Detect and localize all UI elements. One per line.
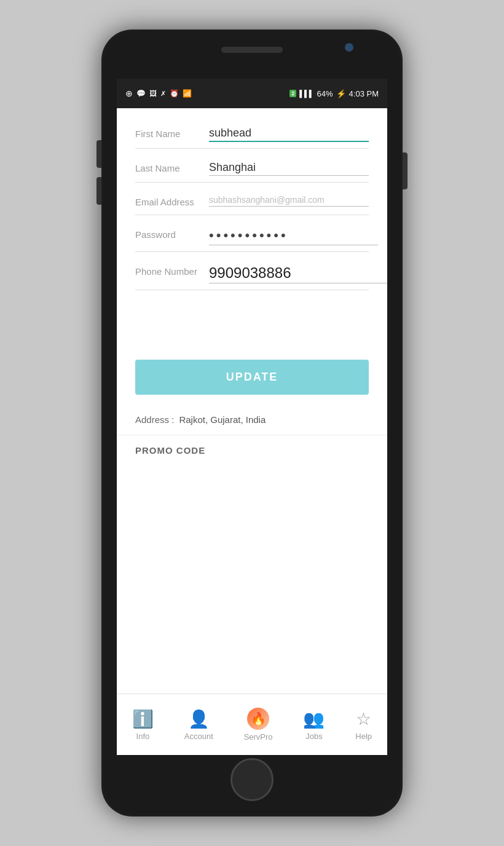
phone-input[interactable] (209, 263, 387, 283)
nav-jobs[interactable]: 👥 Jobs (303, 709, 325, 741)
help-icon: ☆ (356, 709, 371, 729)
sim-badge: 2 (289, 90, 296, 97)
last-name-label: Last Name (135, 160, 203, 175)
nav-jobs-label: Jobs (305, 732, 322, 741)
front-camera (345, 43, 353, 52)
alarm-icon: ⏰ (170, 89, 179, 98)
account-icon: 👤 (188, 709, 210, 729)
address-value: Rajkot, Gujarat, India (179, 414, 266, 425)
address-row: Address : Rajkot, Gujarat, India (117, 405, 387, 435)
info-icon: ℹ️ (132, 709, 154, 729)
volume-down-button (96, 177, 101, 205)
promo-code-row[interactable]: PROMO CODE (117, 435, 387, 465)
battery-icon: ⚡ (336, 89, 346, 98)
home-button[interactable] (230, 758, 274, 801)
volume-up-button (96, 140, 101, 168)
battery-percent: 64% (317, 89, 333, 98)
email-row: Email Address (135, 183, 369, 215)
phone-device: ⊕ 💬 🖼 ✗ ⏰ 📶 2 ▌▌▌ 64% ⚡ 4:03 PM First Na… (101, 30, 403, 816)
email-input[interactable] (209, 194, 369, 207)
nav-servpro[interactable]: 🔥 ServPro (244, 708, 273, 741)
password-label: Password (135, 226, 203, 241)
nav-info[interactable]: ℹ️ Info (132, 709, 154, 741)
address-label: Address : (135, 414, 174, 425)
speaker (221, 47, 283, 53)
password-input[interactable] (209, 226, 378, 245)
content-spacer (117, 465, 387, 694)
phone-screen: ⊕ 💬 🖼 ✗ ⏰ 📶 2 ▌▌▌ 64% ⚡ 4:03 PM First Na… (117, 79, 387, 755)
jobs-icon: 👥 (303, 709, 325, 729)
nav-help[interactable]: ☆ Help (355, 709, 372, 741)
power-button (403, 152, 408, 189)
nav-servpro-label: ServPro (244, 732, 273, 741)
first-name-row: First Name (135, 114, 369, 149)
signal-bars: ▌▌▌ (299, 90, 313, 97)
form-area: First Name Last Name Email Address Passw… (117, 108, 387, 349)
first-name-input[interactable] (209, 125, 369, 142)
app-content: First Name Last Name Email Address Passw… (117, 108, 387, 755)
nav-account-label: Account (184, 732, 213, 741)
update-button[interactable]: UPDATE (135, 360, 369, 395)
nav-help-label: Help (355, 732, 372, 741)
password-row: Password (135, 215, 369, 252)
phone-label: Phone Number (135, 263, 203, 278)
servpro-icon: 🔥 (247, 708, 269, 730)
wifi-icon: 📶 (183, 89, 192, 98)
first-name-label: First Name (135, 125, 203, 140)
bottom-navigation: ℹ️ Info 👤 Account 🔥 ServPro 👥 Jobs ☆ (117, 694, 387, 755)
clock: 4:03 PM (349, 89, 379, 98)
add-icon: ⊕ (125, 89, 133, 98)
nav-info-label: Info (136, 732, 150, 741)
promo-code-label: PROMO CODE (135, 445, 205, 456)
gallery-icon: 🖼 (149, 89, 157, 98)
last-name-input[interactable] (209, 160, 369, 176)
whatsapp-icon: 💬 (136, 89, 146, 98)
status-left-icons: ⊕ 💬 🖼 ✗ ⏰ 📶 (125, 89, 192, 98)
status-right-info: 2 ▌▌▌ 64% ⚡ 4:03 PM (289, 89, 379, 98)
phone-bottom (101, 755, 403, 804)
nav-account[interactable]: 👤 Account (184, 709, 213, 741)
muted-icon: ✗ (160, 90, 166, 98)
status-bar: ⊕ 💬 🖼 ✗ ⏰ 📶 2 ▌▌▌ 64% ⚡ 4:03 PM (117, 79, 387, 108)
email-label: Email Address (135, 194, 203, 208)
phone-row: Phone Number (135, 252, 369, 290)
last-name-row: Last Name (135, 149, 369, 183)
phone-top (101, 30, 403, 79)
